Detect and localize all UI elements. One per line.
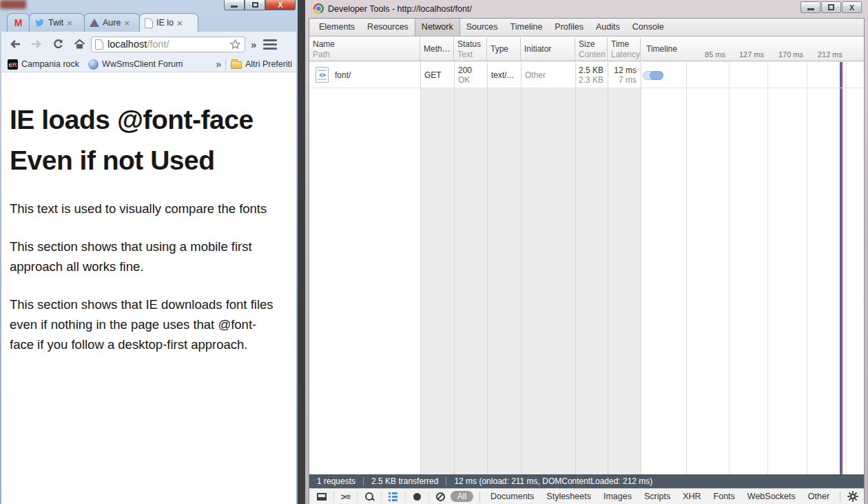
request-status-text: OK — [458, 75, 470, 85]
toolbar-separator — [357, 492, 358, 502]
chrome-menu-icon[interactable] — [263, 39, 277, 50]
folder-icon — [231, 61, 242, 69]
url-text[interactable]: localhost/font/ — [107, 39, 225, 50]
heading-line-2: Even if not Used — [10, 140, 278, 181]
filter-all-pill[interactable]: All — [451, 491, 473, 502]
tab-profiles[interactable]: Profiles — [548, 19, 590, 36]
tab-elements[interactable]: Elements — [313, 19, 361, 36]
forward-arrow-icon — [30, 39, 43, 50]
devtools-window-controls: X — [800, 1, 862, 13]
column-header-status[interactable]: Status Text — [454, 37, 487, 61]
tab-close-icon[interactable]: × — [67, 19, 72, 28]
paragraph-mobile-first: This section shows that using a mobile f… — [10, 236, 278, 276]
forward-button[interactable] — [29, 36, 44, 52]
filter-images[interactable]: Images — [603, 492, 632, 501]
close-button[interactable]: X — [265, 0, 296, 10]
timeline-bar-download-segment — [650, 71, 663, 80]
filter-documents[interactable]: Documents — [490, 492, 534, 501]
maximize-button[interactable] — [821, 1, 841, 13]
maximize-button[interactable] — [245, 0, 265, 10]
column-header-name[interactable]: Name Path — [309, 37, 420, 61]
filter-fonts[interactable]: Fonts — [714, 492, 735, 501]
tab-sources[interactable]: Sources — [460, 19, 504, 36]
web-page-content: IE loads @font-face Even if not Used Thi… — [1, 72, 296, 504]
tab-twitter[interactable]: Twit × — [29, 13, 85, 32]
url-path: /font/ — [147, 39, 169, 50]
bookmark-wwsmsclient-forum[interactable]: WwSmsClient Forum — [88, 59, 183, 70]
gmail-icon: M — [14, 17, 23, 28]
gear-icon — [847, 491, 858, 502]
bookmarks-overflow-chevrons[interactable]: » — [216, 59, 221, 70]
settings-button[interactable] — [836, 491, 864, 502]
page-icon — [145, 18, 153, 28]
search-button[interactable] — [363, 490, 375, 503]
tab-gmail-pinned[interactable]: M — [7, 13, 30, 32]
column-header-type[interactable]: Type — [487, 37, 521, 61]
home-icon — [74, 39, 85, 50]
close-button[interactable]: X — [842, 1, 862, 13]
back-button[interactable] — [8, 36, 23, 52]
network-table-body: font/ GET 200 OK text/... Other 2.5 KB 2… — [309, 62, 864, 474]
column-header-time[interactable]: Time Latency — [608, 37, 641, 61]
filter-scripts[interactable]: Scripts — [644, 492, 670, 501]
campania-rock-favicon: cR — [8, 59, 18, 70]
column-header-size[interactable]: Size Conten — [575, 37, 608, 61]
toolbar-overflow-chevrons[interactable]: » — [251, 39, 256, 50]
url-host: localhost — [107, 39, 147, 50]
tab-close-icon[interactable]: × — [177, 19, 183, 28]
timeline-tick-170ms: 170 ms — [762, 50, 803, 59]
tab-label: IE lo — [156, 18, 174, 28]
request-latency: 7 ms — [619, 75, 637, 85]
home-button[interactable] — [72, 36, 87, 52]
dock-side-button[interactable] — [316, 490, 328, 503]
record-button[interactable] — [411, 490, 424, 503]
clear-button[interactable] — [435, 490, 447, 503]
request-type: text/... — [491, 70, 514, 80]
column-header-method[interactable]: Meth… — [420, 37, 454, 61]
tab-ie-loads-active[interactable]: IE lo × — [139, 13, 198, 32]
filter-stylesheets[interactable]: Stylesheets — [546, 492, 591, 501]
devtools-window: Developer Tools - http://localhost/font/… — [305, 0, 868, 504]
filter-button-active[interactable] — [387, 490, 400, 503]
toolbar-separator — [840, 492, 840, 502]
reload-button[interactable] — [50, 36, 65, 52]
tab-resources[interactable]: Resources — [361, 19, 415, 36]
minimize-button[interactable] — [224, 0, 245, 10]
tab-aure[interactable]: Aure × — [84, 13, 140, 32]
bookmark-star-icon[interactable] — [229, 39, 241, 50]
tab-audits[interactable]: Audits — [590, 19, 626, 36]
show-console-button[interactable]: >≡ — [340, 490, 352, 503]
column-header-initiator[interactable]: Initiator — [521, 37, 575, 61]
back-arrow-icon — [9, 39, 21, 50]
timeline-waterfall-bar[interactable] — [643, 71, 663, 80]
request-name[interactable]: font/ — [335, 70, 351, 80]
timeline-tick-212ms: 212 ms — [801, 50, 843, 59]
column-divider — [454, 62, 455, 474]
paragraph-compare-fonts: This text is used to visually compare th… — [10, 199, 278, 219]
address-bar[interactable]: localhost/font/ — [91, 37, 245, 52]
tab-network[interactable]: Network — [415, 19, 460, 36]
minimize-button[interactable] — [800, 1, 820, 13]
tab-close-icon[interactable]: × — [124, 19, 130, 28]
network-request-row[interactable]: font/ GET 200 OK text/... Other 2.5 KB 2… — [309, 62, 864, 88]
toolbar-separator — [333, 492, 334, 502]
request-time: 12 ms — [614, 65, 637, 75]
bookmarks-separator — [225, 59, 226, 70]
toolbar-separator — [405, 492, 406, 502]
paragraph-ie-downloads: This section shows that IE downloads fon… — [10, 294, 278, 354]
reload-icon — [52, 39, 64, 50]
filter-websockets[interactable]: WebSockets — [747, 492, 796, 501]
tab-timeline[interactable]: Timeline — [504, 19, 549, 36]
minimize-icon — [231, 6, 238, 8]
bookmark-label: Campania rock — [21, 59, 79, 69]
onload-marker-line — [841, 62, 843, 474]
devtools-tabbar: Elements Resources Network Sources Timel… — [309, 19, 864, 37]
bookmark-folder-altri-preferiti[interactable]: Altri Preferiti — [231, 59, 292, 69]
bookmark-campania-rock[interactable]: cR Campania rock — [8, 59, 79, 70]
filter-xhr[interactable]: XHR — [683, 492, 701, 501]
filter-other[interactable]: Other — [808, 492, 829, 501]
chrome-logo-icon — [313, 3, 324, 14]
timeline-gridline — [729, 62, 730, 474]
tab-console[interactable]: Console — [626, 19, 670, 36]
toolbar-separator — [479, 492, 480, 502]
